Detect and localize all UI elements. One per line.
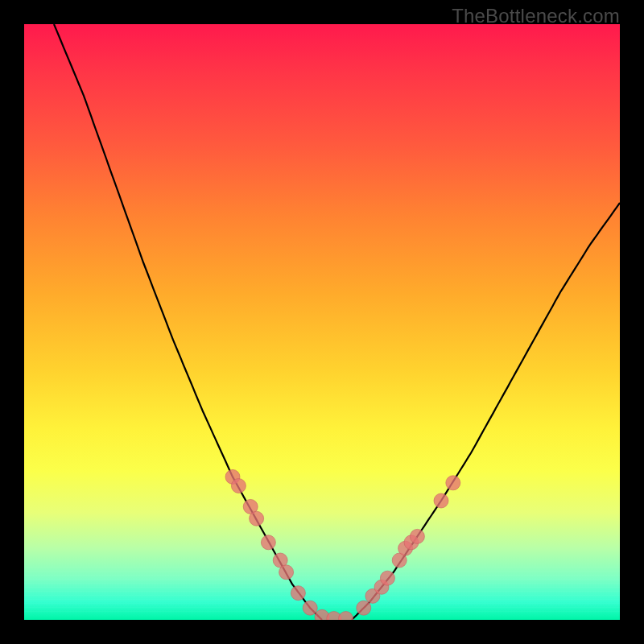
data-marker xyxy=(434,493,448,508)
data-marker xyxy=(339,612,353,621)
data-marker xyxy=(446,476,460,490)
data-marker xyxy=(357,601,371,615)
markers-group xyxy=(225,469,460,620)
data-marker xyxy=(380,571,394,585)
left-curve-path xyxy=(54,24,322,620)
data-marker xyxy=(303,601,317,615)
data-marker xyxy=(410,529,424,543)
right-curve-path xyxy=(352,203,620,620)
data-marker xyxy=(250,511,264,526)
data-marker xyxy=(231,479,246,493)
data-marker xyxy=(279,565,294,580)
data-marker xyxy=(261,535,275,550)
chart-frame: TheBottleneck.com xyxy=(0,0,644,644)
plot-area xyxy=(24,24,620,620)
data-marker xyxy=(291,586,305,601)
curve-svg xyxy=(24,24,620,620)
